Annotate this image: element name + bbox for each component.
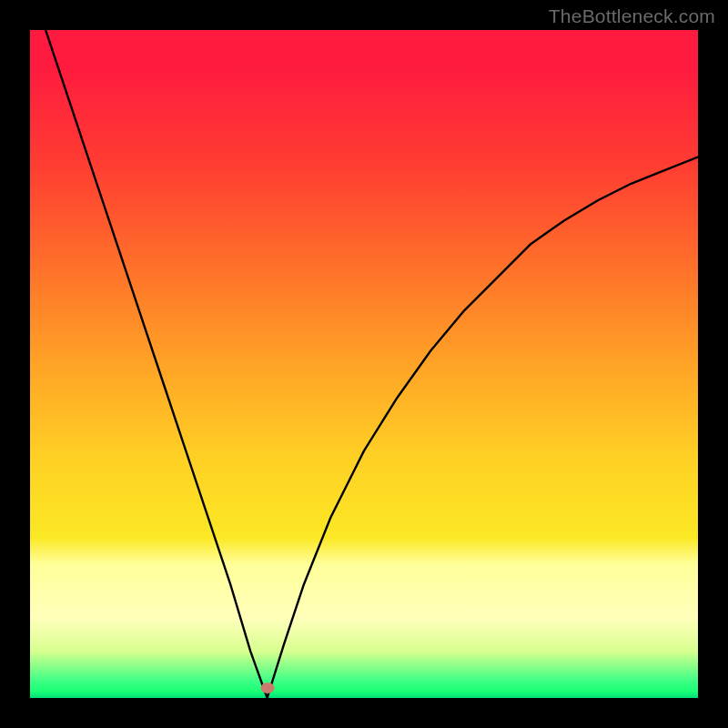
curve-path: [30, 30, 698, 698]
bottleneck-curve: [30, 30, 698, 698]
chart-container: TheBottleneck.com: [0, 0, 728, 728]
optimal-point-marker: [260, 682, 274, 693]
watermark-text: TheBottleneck.com: [549, 5, 715, 27]
plot-area: [30, 30, 698, 698]
